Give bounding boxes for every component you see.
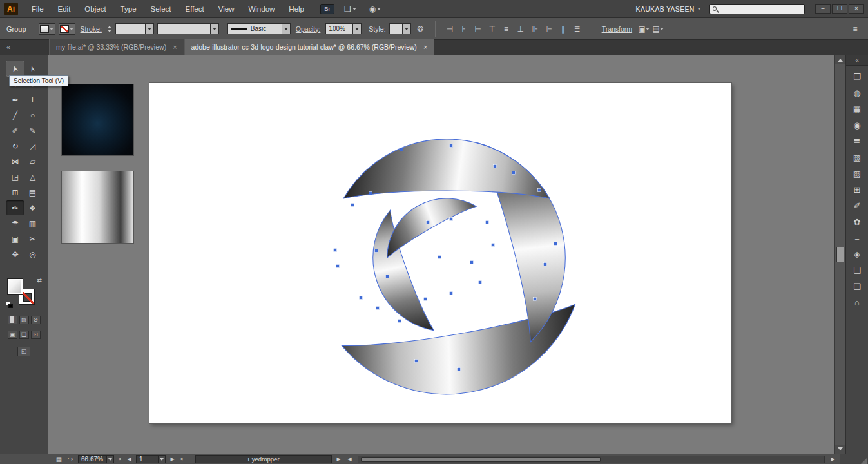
nav-previous-artboard[interactable]: ◀ [125,456,133,463]
window-button-minimize[interactable]: – [815,4,831,14]
menu-file[interactable]: File [24,0,51,18]
tab-tutorial-claw[interactable]: adobe-illustrator-cc-3d-logo-design tuto… [184,39,435,55]
align-horizontal-align-left[interactable]: ⊣ [443,23,456,35]
stroke-panel-link[interactable]: Stroke: [81,25,102,33]
bridge-icon[interactable]: Br [320,4,334,14]
panel-graphic-styles[interactable]: ◈ [849,246,865,262]
anchor-point[interactable] [334,249,337,252]
fill-color-swatch[interactable] [7,278,23,295]
recolor-artwork-icon[interactable]: ❂ [414,23,427,35]
stroke-color-well[interactable] [59,23,75,35]
nav-last-artboard[interactable]: ⇥ [177,456,185,463]
panel-artboards[interactable]: ❑ [849,278,865,294]
anchor-point[interactable] [369,192,372,195]
tool-type[interactable]: T [24,92,41,107]
default-fill-stroke-icon[interactable] [6,302,14,308]
tool-width[interactable]: ⋈ [6,154,24,169]
tool-artboard[interactable]: ▣ [6,231,24,246]
anchor-point[interactable] [470,261,474,264]
menu-view[interactable]: View [211,0,242,18]
anchor-point[interactable] [398,320,401,323]
menubar-icon-arrange-documents[interactable]: ❏ [341,3,360,15]
anchor-point[interactable] [450,218,453,221]
horizontal-scrollbar-thumb[interactable] [361,457,601,462]
expand-panels-icon[interactable]: « [846,55,868,66]
stroke-weight-stepper[interactable] [108,24,111,34]
align-vertical-align-center[interactable]: ≡ [500,23,513,35]
panel-color[interactable]: ◍ [849,85,865,101]
anchor-point[interactable] [486,221,489,224]
swirl-bottom-crescent[interactable] [342,304,587,412]
panel-transparency[interactable]: ▨ [849,166,865,181]
panel-brushes[interactable]: ✐ [849,198,865,213]
menu-help[interactable]: Help [282,0,311,18]
tool-direct-selection[interactable]: ➢ [24,61,41,76]
artboard[interactable] [149,83,731,423]
anchor-point[interactable] [450,292,453,295]
nav-next-artboard[interactable]: ▶ [168,456,177,463]
tool-perspective-grid[interactable]: △ [24,169,41,184]
anchor-point[interactable] [554,242,557,246]
scroll-down-icon[interactable] [835,445,845,454]
anchor-point[interactable] [415,360,418,363]
anchor-point[interactable] [450,144,453,148]
zoom-level-select[interactable]: 66.67% [78,455,114,463]
cc-account-menu[interactable]: KAUKAB YASEEN ▾ [636,5,700,13]
align-horizontal-align-center[interactable]: ⊦ [458,23,470,35]
opacity-select[interactable]: 100% [325,23,362,34]
anchor-point[interactable] [534,298,537,301]
vertical-scrollbar[interactable] [834,55,845,454]
anchor-point[interactable] [351,204,354,207]
menu-window[interactable]: Window [241,0,282,18]
tool-free-transform[interactable]: ▱ [24,154,41,169]
tool-shape-builder[interactable]: ◲ [6,169,24,184]
stroke-weight-select[interactable] [115,23,154,34]
brush-definition-select[interactable]: Basic [227,23,291,34]
tool-slice[interactable]: ✂ [24,231,41,246]
pasteboard-dark-radial-object[interactable] [61,84,134,156]
anchor-point[interactable] [400,148,403,151]
align-align-options[interactable]: ≣ [571,23,584,35]
control-panel-menu-icon[interactable]: ≡ [849,23,862,35]
toolbar-color-button[interactable]: ▉ [8,316,17,324]
menu-edit[interactable]: Edit [51,0,78,18]
anchor-point[interactable] [360,296,363,300]
menubar-icon-workspace-switcher[interactable]: ◉ [366,3,384,15]
anchor-point[interactable] [479,281,482,284]
tool-paintbrush[interactable]: ✐ [6,123,24,138]
anchor-point[interactable] [458,368,461,371]
tool-eyedropper[interactable]: ✑ [6,200,24,215]
anchor-point[interactable] [375,249,378,253]
swirl-shapes[interactable] [342,128,588,413]
tab-my-file[interactable]: my-file.ai* @ 33.33% (RGB/Preview) × [49,39,184,55]
toolbar-gradient-button[interactable]: ▨ [19,316,29,324]
tool-selection[interactable]: ➤ [6,61,24,76]
tool-mesh[interactable]: ⊞ [6,185,24,200]
search-box[interactable] [709,4,805,14]
panel-stroke[interactable]: ≣ [849,133,865,149]
transform-panel-link[interactable]: Transform [602,25,632,33]
swirl-top-crescent[interactable] [343,139,550,198]
anchor-point[interactable] [376,307,380,310]
menu-object[interactable]: Object [77,0,113,18]
tool-blend[interactable]: ❖ [24,200,41,215]
window-button-close[interactable]: × [849,4,864,14]
status-display-menu-icon[interactable]: ▶ [334,456,343,463]
control-icon-shape-options[interactable]: ▣ [637,23,650,35]
align-distribute-horizontal[interactable]: ⊪ [528,23,541,35]
anchor-point[interactable] [538,189,541,192]
panel-swatches[interactable]: ▦ [849,101,865,117]
vertical-scrollbar-thumb[interactable] [836,247,844,262]
tool-line-segment[interactable]: ╱ [6,108,24,122]
panel-gradient[interactable]: ▧ [849,150,865,165]
tool-ellipse[interactable]: ○ [24,108,41,122]
toolbar-none-button[interactable]: ⊘ [31,316,41,324]
panel-layers[interactable]: ❏ [849,262,865,278]
menu-type[interactable]: Type [113,0,144,18]
anchor-point[interactable] [438,256,441,259]
align-horizontal-align-right[interactable]: ⊢ [472,23,485,35]
panel-color-guide[interactable]: ◉ [849,117,865,133]
panel-symbols[interactable]: ✿ [849,214,865,229]
search-input[interactable] [717,5,802,13]
tab-close-icon[interactable]: × [173,43,177,51]
